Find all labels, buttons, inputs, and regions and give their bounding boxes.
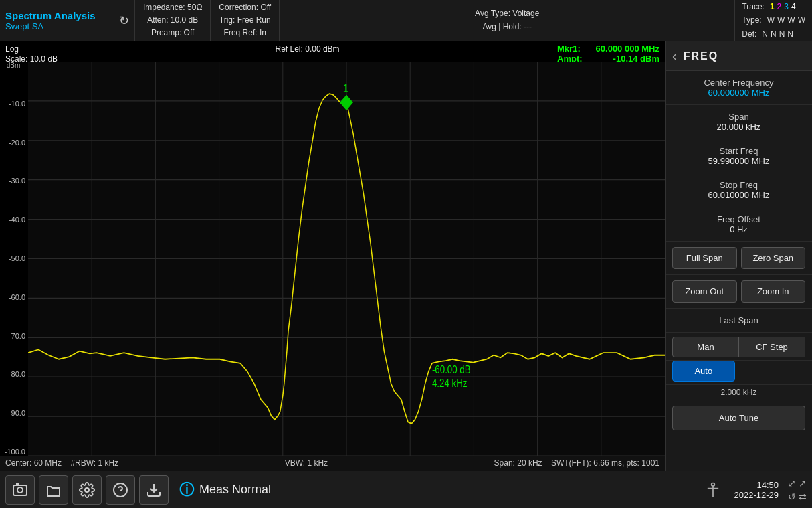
center-freq-status: Center: 60 MHz bbox=[5, 458, 62, 468]
det1: N bbox=[762, 27, 768, 41]
center-freq-label: Center Frequency bbox=[704, 78, 773, 88]
marker-values: 60.000 000 MHz -10.14 dBm bbox=[596, 44, 659, 64]
panel-header: ‹ FREQ bbox=[666, 41, 812, 71]
cf-step-label: CF Step bbox=[756, 342, 788, 352]
freq-offset-item[interactable]: Freq Offset 0 Hz bbox=[666, 207, 812, 242]
expand-icon: ⤢ bbox=[788, 478, 796, 489]
zero-span-button[interactable]: Zero Span bbox=[741, 247, 806, 269]
y-label-9: -90.0 bbox=[1, 409, 25, 417]
type3: W bbox=[787, 13, 795, 27]
marker-info: Mkr1: Ampt: 60.000 000 MHz -10.14 dBm bbox=[557, 44, 659, 64]
preamp-label: Preamp: Off bbox=[151, 27, 194, 39]
svg-point-30 bbox=[711, 483, 714, 486]
header-params-avg: Avg Type: Voltage Avg | Hold: --- bbox=[279, 0, 734, 41]
start-freq-label: Start Freq bbox=[720, 146, 758, 156]
auto-row: Auto bbox=[666, 361, 812, 385]
sweep-icon: ↻ bbox=[114, 0, 134, 41]
app-title: Spectrum Analysis Swept SA bbox=[0, 0, 114, 41]
screenshot-button[interactable] bbox=[5, 475, 35, 505]
back-arrow-icon[interactable]: ‹ bbox=[672, 48, 677, 64]
trig-label: Trig: Free Run bbox=[219, 14, 271, 27]
status-right: Span: 20 kHz SWT(FFT): 6.66 ms, pts: 100… bbox=[494, 458, 659, 469]
stop-freq-value: 60.010000 MHz bbox=[708, 190, 770, 200]
avg-hold-label: Avg | Hold: --- bbox=[482, 21, 532, 33]
auto-tune-button[interactable]: Auto Tune bbox=[672, 406, 805, 430]
start-freq-item[interactable]: Start Freq 59.990000 MHz bbox=[666, 139, 812, 173]
folder-button[interactable] bbox=[39, 475, 68, 505]
ref-level-info: Ref Lel: 0.00 dBm bbox=[276, 44, 340, 54]
log-label: Log bbox=[5, 44, 19, 54]
auto-button[interactable]: Auto bbox=[672, 361, 735, 382]
svg-point-26 bbox=[85, 488, 89, 492]
external-link-icon: ↗ bbox=[799, 478, 807, 489]
y-label-1: -10.0 bbox=[1, 100, 25, 108]
app-title-line1: Spectrum Analysis bbox=[5, 10, 108, 21]
trace-row: Trace: 1 2 3 4 bbox=[742, 0, 805, 13]
span-label: Span bbox=[728, 112, 748, 122]
y-label-10: -100.0 bbox=[1, 448, 25, 456]
header-params-impedance: Impedance: 50Ω Atten: 10.0 dB Preamp: Of… bbox=[134, 0, 210, 41]
swt-status: SWT(FFT): 6.66 ms, pts: 1001 bbox=[551, 458, 659, 468]
last-span-item[interactable]: Last Span bbox=[666, 309, 812, 333]
last-span-label: Last Span bbox=[719, 315, 758, 325]
chart-info-bar: Log Scale: 10.0 dB Ref Lel: 0.00 dBm Mkr… bbox=[0, 41, 665, 62]
chart-status-bar: Center: 60 MHz #RBW: 1 kHz VBW: 1 kHz Sp… bbox=[0, 456, 665, 471]
footer: ⓘ Meas Normal 14:50 2022-12-29 ⤢ ↗ ↺ ⇄ bbox=[0, 471, 812, 508]
log-scale-info: Log Scale: 10.0 dB bbox=[5, 44, 58, 64]
det2: N bbox=[771, 27, 777, 41]
svg-point-25 bbox=[17, 487, 23, 493]
app-title-line2: Swept SA bbox=[5, 21, 108, 31]
man-button[interactable]: Man bbox=[672, 337, 739, 357]
trace-num2: 2 bbox=[777, 0, 782, 13]
settings-button[interactable] bbox=[72, 475, 102, 505]
ref-level: Ref Lel: 0.00 dBm bbox=[276, 44, 340, 54]
zoom-btn-row: Zoom Out Zoom In bbox=[666, 275, 812, 309]
trace-section: Trace: 1 2 3 4 Type: W W W W Det: N N N … bbox=[734, 0, 812, 41]
cf-step-value-row: 2.000 kHz bbox=[666, 385, 812, 400]
freq-offset-value: 0 Hz bbox=[730, 224, 748, 234]
main-content: Log Scale: 10.0 dB Ref Lel: 0.00 dBm Mkr… bbox=[0, 41, 812, 471]
chart-wrapper: dBm -10.0 -20.0 -30.0 -40.0 -50.0 -60.0 … bbox=[0, 62, 665, 456]
freq-ref-label: Freq Ref: In bbox=[224, 27, 266, 39]
stop-freq-item[interactable]: Stop Freq 60.010000 MHz bbox=[666, 173, 812, 207]
impedance-label: Impedance: 50Ω bbox=[143, 1, 202, 14]
trace-num3: 3 bbox=[784, 0, 789, 13]
footer-icon-row2: ↺ ⇄ bbox=[788, 491, 807, 502]
y-label-5: -50.0 bbox=[1, 254, 25, 262]
type-row: Type: W W W W bbox=[742, 13, 805, 27]
center-freq-item[interactable]: Center Frequency 60.000000 MHz bbox=[666, 71, 812, 105]
rbw-status: #RBW: 1 kHz bbox=[70, 458, 118, 468]
app-header: Spectrum Analysis Swept SA ↻ Impedance: … bbox=[0, 0, 812, 41]
help-button[interactable] bbox=[106, 475, 135, 505]
atten-label: Atten: 10.0 dB bbox=[147, 14, 198, 27]
swap-icon: ⇄ bbox=[799, 491, 807, 502]
span-item[interactable]: Span 20.000 kHz bbox=[666, 105, 812, 139]
y-label-6: -60.0 bbox=[1, 293, 25, 301]
svg-text:-60.00 dB: -60.00 dB bbox=[432, 364, 471, 375]
cf-step-value: 2.000 kHz bbox=[720, 388, 756, 397]
det4: N bbox=[787, 27, 793, 41]
zoom-in-button[interactable]: Zoom In bbox=[741, 280, 806, 303]
zoom-out-button[interactable]: Zoom Out bbox=[672, 280, 737, 303]
trace-num1: 1 bbox=[770, 0, 775, 13]
chart-area: Log Scale: 10.0 dB Ref Lel: 0.00 dBm Mkr… bbox=[0, 41, 665, 471]
type1: W bbox=[767, 13, 775, 27]
y-axis: dBm -10.0 -20.0 -30.0 -40.0 -50.0 -60.0 … bbox=[0, 62, 28, 456]
chart-svg: 1 -60.00 dB 4.24 kHz bbox=[28, 62, 665, 456]
anchor-icon bbox=[704, 481, 722, 499]
cf-step-item[interactable]: CF Step bbox=[739, 337, 805, 357]
download-button[interactable] bbox=[139, 475, 169, 505]
correction-label: Correction: Off bbox=[219, 1, 271, 14]
trace-label: Trace: bbox=[742, 0, 765, 13]
full-span-button[interactable]: Full Span bbox=[672, 247, 737, 269]
footer-time-value: 14:50 bbox=[734, 480, 779, 490]
vbw-status: VBW: 1 kHz bbox=[285, 458, 328, 468]
det3: N bbox=[779, 27, 785, 41]
info-icon: ⓘ bbox=[179, 480, 194, 500]
y-label-2: -20.0 bbox=[1, 139, 25, 147]
y-label-4: -40.0 bbox=[1, 216, 25, 224]
right-panel: ‹ FREQ Center Frequency 60.000000 MHz Sp… bbox=[665, 41, 812, 471]
det-label: Det: bbox=[742, 27, 756, 41]
y-label-8: -80.0 bbox=[1, 370, 25, 378]
footer-icons-right: ⤢ ↗ ↺ ⇄ bbox=[788, 478, 807, 502]
